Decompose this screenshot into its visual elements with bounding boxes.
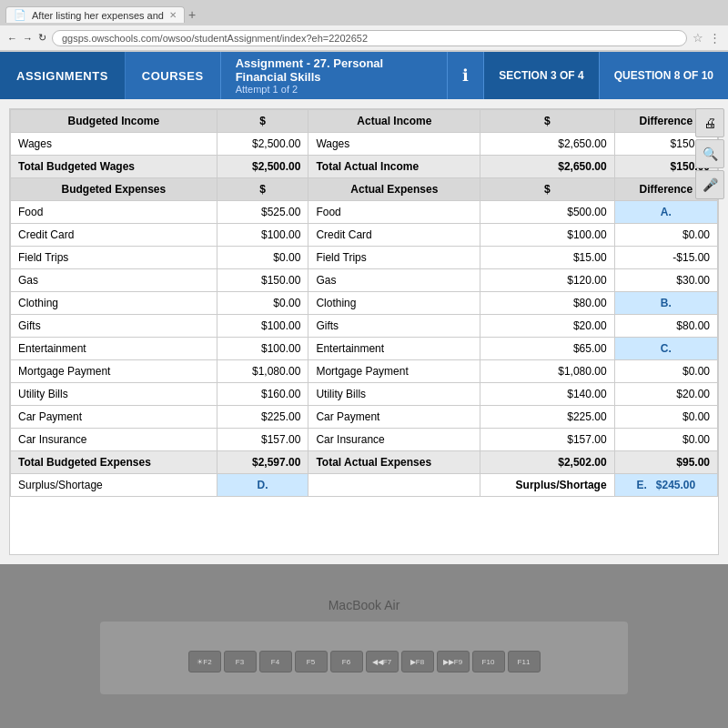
income-budgeted: $2,500.00 — [217, 133, 308, 156]
search-button[interactable]: 🔍 — [695, 139, 724, 168]
forward-icon[interactable]: → — [23, 33, 33, 44]
actual-expense-value: $225.00 — [480, 406, 614, 429]
expense-diff: $0.00 — [614, 360, 717, 383]
key-f10: F10 — [472, 651, 505, 672]
expense-label: Car Insurance — [11, 429, 217, 451]
total-expense-label: Total Budgeted Expenses — [11, 451, 217, 474]
laptop-label: MacBook Air — [329, 598, 400, 612]
assignments-nav[interactable]: ASSIGNMENTS — [0, 52, 125, 99]
keyboard-row-1: ☀F2 F3 F4 F5 F6 ◀◀F7 ▶F8 ▶▶F9 F10 F11 — [188, 651, 541, 672]
print-button[interactable]: 🖨 — [695, 108, 724, 137]
table-row: Total Budgeted Wages $2,500.00 Total Act… — [11, 156, 718, 178]
total-actual-label: Total Actual Income — [308, 156, 480, 178]
mic-icon: 🎤 — [703, 177, 718, 192]
answer-e-label: E. — [636, 479, 646, 491]
expense-diff: $0.00 — [614, 406, 717, 429]
budget-table-container: Budgeted Income $ Actual Income $ Differ… — [9, 108, 719, 555]
surplus-actual-label: Surplus/Shortage — [480, 474, 614, 497]
info-button[interactable]: ℹ — [447, 52, 483, 99]
table-row: Utility Bills $160.00 Utility Bills $140… — [11, 383, 718, 406]
address-bar: ← → ↻ ggsps.owschools.com/owsoo/studentA… — [0, 25, 728, 51]
expense-budgeted: $225.00 — [217, 406, 308, 429]
courses-label: COURSES — [142, 69, 204, 83]
assignment-attempt: Attempt 1 of 2 — [236, 84, 433, 95]
actual-income-label: Wages — [308, 133, 480, 156]
address-input[interactable]: ggsps.owschools.com/owsoo/studentAssignm… — [52, 30, 687, 46]
key-f5: F5 — [295, 651, 328, 672]
key-f11: F11 — [508, 651, 541, 672]
answer-cell-d[interactable]: D. — [217, 474, 308, 497]
back-icon[interactable]: ← — [7, 33, 17, 44]
actual-expense-value: $65.00 — [480, 338, 614, 360]
actual-expense-value: $15.00 — [480, 247, 614, 269]
mic-button[interactable]: 🎤 — [695, 170, 724, 199]
table-row: Clothing $0.00 Clothing $80.00 B. — [11, 292, 718, 315]
table-row: Mortgage Payment $1,080.00 Mortgage Paym… — [11, 360, 718, 383]
table-row: Gas $150.00 Gas $120.00 $30.00 — [11, 269, 718, 292]
expense-label: Car Payment — [11, 406, 217, 429]
tab-favicon: 📄 — [14, 9, 26, 21]
new-tab-button[interactable]: + — [188, 7, 196, 22]
expense-budgeted: $160.00 — [217, 383, 308, 406]
section-label: SECTION 3 OF 4 — [499, 69, 583, 82]
total-actual-expense-label: Total Actual Expenses — [308, 451, 480, 474]
expense-label: Gifts — [11, 315, 217, 338]
search-icon: 🔍 — [703, 147, 718, 161]
expense-label: Gas — [11, 269, 217, 292]
answer-e-value: $245.00 — [656, 479, 695, 491]
answer-cell-a[interactable]: A. — [614, 201, 717, 224]
expense-subheader-label: Budgeted Expenses — [11, 178, 217, 201]
bookmark-icon[interactable]: ☆ — [693, 31, 703, 45]
table-row: Credit Card $100.00 Credit Card $100.00 … — [11, 224, 718, 247]
question-label: QUESTION 8 OF 10 — [614, 69, 713, 82]
table-row: Field Trips $0.00 Field Trips $15.00 -$1… — [11, 247, 718, 269]
table-row: Total Budgeted Expenses $2,597.00 Total … — [11, 451, 718, 474]
courses-nav[interactable]: COURSES — [125, 52, 220, 99]
print-icon: 🖨 — [703, 116, 716, 130]
main-content: Budgeted Income $ Actual Income $ Differ… — [0, 99, 728, 564]
actual-expense-label: Clothing — [308, 292, 480, 315]
actual-income-value: $2,650.00 — [480, 133, 614, 156]
key-f3: F3 — [224, 651, 257, 672]
expense-diff: $30.00 — [614, 269, 717, 292]
surplus-spacer — [308, 474, 480, 497]
actual-expense-value: $140.00 — [480, 383, 614, 406]
expense-budgeted: $157.00 — [217, 429, 308, 451]
actual-expense-value: $1,080.00 — [480, 360, 614, 383]
key-f6: F6 — [330, 651, 363, 672]
laptop-area: MacBook Air ☀F2 F3 F4 F5 F6 ◀◀F7 ▶F8 ▶▶F… — [0, 564, 728, 728]
expense-label: Utility Bills — [11, 383, 217, 406]
actual-expense-value: $20.00 — [480, 315, 614, 338]
actual-expense-value: $80.00 — [480, 292, 614, 315]
actual-expense-subheader-label: Actual Expenses — [308, 178, 480, 201]
answer-cell-c[interactable]: C. — [614, 338, 717, 360]
expense-label: Credit Card — [11, 224, 217, 247]
assignment-title: Assignment - 27. Personal Financial Skil… — [236, 56, 433, 84]
actual-expense-label: Gas — [308, 269, 480, 292]
total-expense-diff: $95.00 — [614, 451, 717, 474]
answer-cell-b[interactable]: B. — [614, 292, 717, 315]
expense-budgeted: $150.00 — [217, 269, 308, 292]
expense-subheader: Budgeted Expenses $ Actual Expenses $ Di… — [11, 178, 718, 201]
refresh-icon[interactable]: ↻ — [38, 32, 46, 44]
table-row: Car Payment $225.00 Car Payment $225.00 … — [11, 406, 718, 429]
tab-close-icon[interactable]: ✕ — [169, 10, 177, 20]
col-header-dollar-1: $ — [217, 110, 308, 133]
browser-tab-1[interactable]: 📄 After listing her expenses and ✕ — [5, 6, 185, 23]
actual-expense-value: $500.00 — [480, 201, 614, 224]
table-row: Car Insurance $157.00 Car Insurance $157… — [11, 429, 718, 451]
answer-cell-e[interactable]: E. $245.00 — [614, 474, 717, 497]
settings-icon[interactable]: ⋮ — [709, 31, 721, 45]
income-label: Wages — [11, 133, 217, 156]
total-actual-value: $2,650.00 — [480, 156, 614, 178]
key-f4: F4 — [259, 651, 292, 672]
total-wages-budgeted: $2,500.00 — [217, 156, 308, 178]
assignments-label: ASSIGNMENTS — [16, 69, 108, 83]
budget-table: Budgeted Income $ Actual Income $ Differ… — [10, 109, 718, 497]
actual-expense-label: Utility Bills — [308, 383, 480, 406]
expense-label: Clothing — [11, 292, 217, 315]
browser-chrome: 📄 After listing her expenses and ✕ + ← →… — [0, 0, 728, 52]
expense-diff: $20.00 — [614, 383, 717, 406]
actual-expense-value: $120.00 — [480, 269, 614, 292]
actual-expense-subheader-dollar: $ — [480, 178, 614, 201]
